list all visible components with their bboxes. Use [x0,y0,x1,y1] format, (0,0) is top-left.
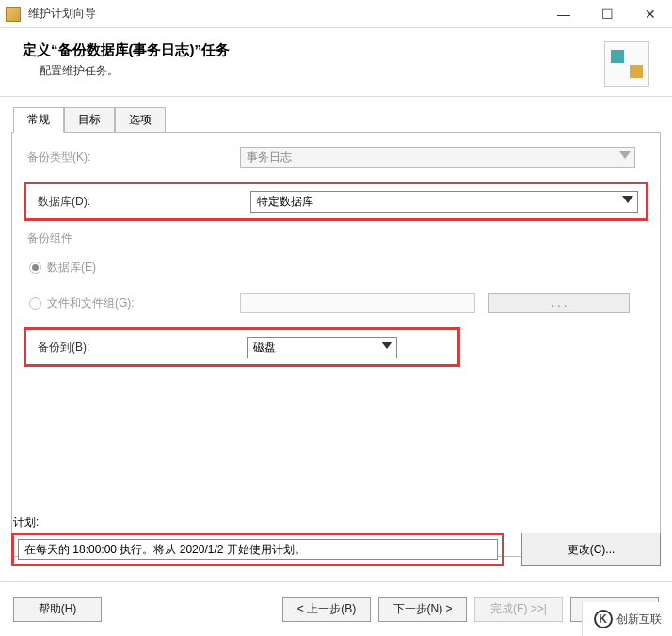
maximize-button[interactable]: ☐ [585,0,629,28]
highlight-schedule [11,533,504,566]
watermark-icon: K [594,610,613,628]
title-bar: 维护计划向导 — ☐ ✕ [0,0,672,28]
watermark-text: 创新互联 [616,612,662,628]
radio-database: 数据库(E) [24,260,96,276]
database-label: 数据库(D): [34,194,250,210]
tab-options[interactable]: 选项 [115,107,166,133]
wizard-icon [604,41,649,87]
tab-strip: 常规 目标 选项 [13,106,672,132]
tab-general[interactable]: 常规 [13,107,64,133]
minimize-button[interactable]: — [542,0,585,28]
tab-panel-general: 备份类型(K): 事务日志 数据库(D): 特定数据库 备份组件 数据库(E) … [11,132,661,557]
radio-icon [29,262,41,274]
filegroup-browse-button: . . . [488,293,630,313]
radio-filegroup-label: 文件和文件组(G): [47,295,135,311]
backup-to-value: 磁盘 [253,340,276,356]
database-select[interactable]: 特定数据库 [250,191,638,213]
wizard-header: 定义“备份数据库(事务日志)”任务 配置维护任务。 [0,28,672,97]
watermark: K 创新互联 [582,602,672,636]
window-title: 维护计划向导 [26,6,542,22]
page-subtitle: 配置维护任务。 [23,63,604,79]
highlight-backup-to: 备份到(B): 磁盘 [24,327,460,367]
next-button[interactable]: 下一步(N) > [378,597,467,622]
backup-type-select: 事务日志 [240,147,635,168]
radio-filegroup: 文件和文件组(G): [24,295,240,311]
radio-icon [29,297,41,310]
filegroup-input [240,293,475,313]
wizard-footer: 帮助(H) < 上一步(B) 下一步(N) > 完成(F) >>| 取消 [0,581,672,636]
finish-button: 完成(F) >>| [474,597,563,622]
schedule-input[interactable] [18,539,498,560]
backup-type-label: 备份类型(K): [24,150,240,166]
backup-type-value: 事务日志 [247,150,292,166]
back-button[interactable]: < 上一步(B) [282,597,371,622]
schedule-label: 计划: [11,515,661,531]
change-schedule-button[interactable]: 更改(C)... [521,533,661,566]
chevron-down-icon [381,342,392,349]
help-button[interactable]: 帮助(H) [13,597,102,622]
schedule-section: 计划: 更改(C)... [11,515,661,566]
chevron-down-icon [622,196,633,203]
highlight-database: 数据库(D): 特定数据库 [24,182,648,221]
component-label: 备份组件 [24,231,240,246]
close-button[interactable]: ✕ [629,0,672,28]
page-title: 定义“备份数据库(事务日志)”任务 [23,41,604,59]
backup-to-select[interactable]: 磁盘 [247,337,397,358]
tab-target[interactable]: 目标 [64,107,115,133]
chevron-down-icon [619,151,631,159]
radio-database-label: 数据库(E) [47,260,96,276]
app-icon [6,7,21,22]
backup-to-label: 备份到(B): [34,340,247,356]
database-value: 特定数据库 [257,194,313,210]
